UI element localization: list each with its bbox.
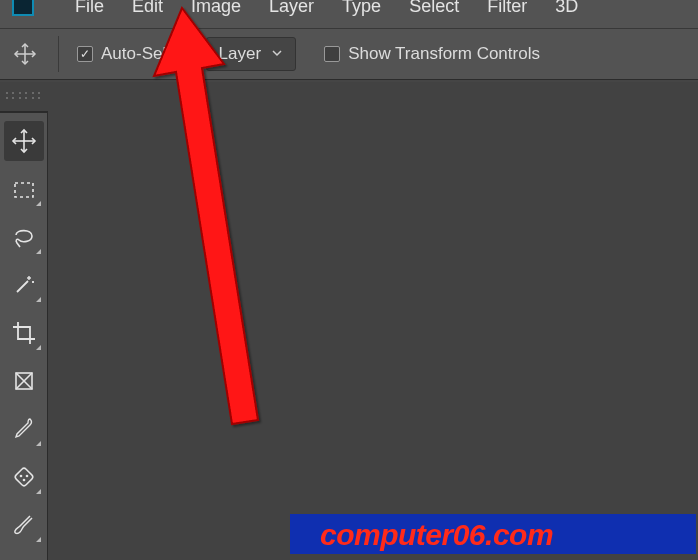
- svg-line-12: [16, 373, 32, 389]
- show-transform-checkbox[interactable]: [324, 46, 340, 62]
- svg-line-5: [17, 281, 28, 292]
- brush-tool[interactable]: [4, 505, 44, 545]
- auto-select-checkbox[interactable]: [77, 46, 93, 62]
- svg-rect-13: [14, 467, 34, 487]
- tool-submenu-indicator-icon: [36, 249, 41, 254]
- svg-rect-10: [16, 373, 32, 389]
- option-bar: Auto-Select: Layer Show Transform Contro…: [0, 28, 698, 80]
- menu-edit[interactable]: Edit: [121, 0, 174, 15]
- svg-point-15: [25, 475, 28, 478]
- svg-line-11: [16, 373, 32, 389]
- option-divider: [58, 36, 59, 72]
- tool-submenu-indicator-icon: [36, 297, 41, 302]
- watermark-text: computer06.com: [320, 518, 553, 552]
- show-transform-label: Show Transform Controls: [348, 44, 540, 64]
- svg-point-16: [22, 479, 25, 482]
- layer-group-dropdown[interactable]: Layer: [206, 37, 297, 71]
- document-canvas[interactable]: [48, 82, 698, 560]
- marquee-tool[interactable]: [4, 169, 44, 209]
- svg-rect-4: [15, 183, 33, 197]
- eyedropper-tool[interactable]: [4, 409, 44, 449]
- tool-submenu-indicator-icon: [36, 537, 41, 542]
- menu-file[interactable]: File: [64, 0, 115, 15]
- tool-submenu-indicator-icon: [36, 441, 41, 446]
- magic-wand-tool[interactable]: [4, 265, 44, 305]
- move-tool[interactable]: [4, 121, 44, 161]
- tool-submenu-indicator-icon: [36, 201, 41, 206]
- menu-3d[interactable]: 3D: [544, 0, 589, 15]
- chevron-down-icon: [271, 44, 283, 64]
- app-icon: [12, 0, 34, 16]
- menu-filter[interactable]: Filter: [476, 0, 538, 15]
- auto-select-label: Auto-Select:: [101, 44, 194, 64]
- toolbox: [0, 112, 48, 560]
- menu-select[interactable]: Select: [398, 0, 470, 15]
- lasso-tool[interactable]: [4, 217, 44, 257]
- move-tool-indicator-icon: [10, 39, 40, 69]
- menu-layer[interactable]: Layer: [258, 0, 325, 15]
- svg-point-14: [19, 475, 22, 478]
- tool-submenu-indicator-icon: [36, 489, 41, 494]
- menu-bar: File Edit Image Layer Type Select Filter…: [0, 0, 698, 28]
- tool-submenu-indicator-icon: [36, 345, 41, 350]
- menu-type[interactable]: Type: [331, 0, 392, 15]
- menu-image[interactable]: Image: [180, 0, 252, 15]
- healing-brush-tool[interactable]: [4, 457, 44, 497]
- layer-dropdown-value: Layer: [219, 44, 262, 64]
- frame-tool[interactable]: [4, 361, 44, 401]
- crop-tool[interactable]: [4, 313, 44, 353]
- panel-dock-handle[interactable]: [0, 82, 48, 112]
